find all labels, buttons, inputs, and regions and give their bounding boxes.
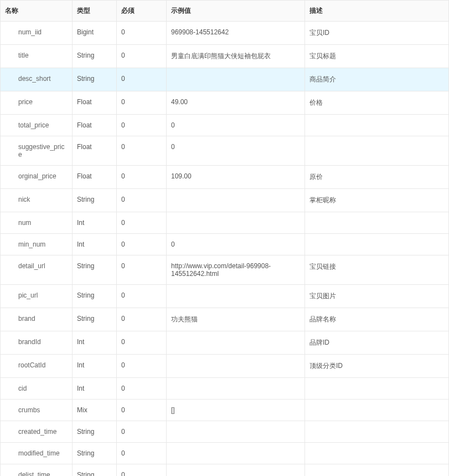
cell-required: 0 xyxy=(117,464,167,477)
cell-example xyxy=(167,378,305,400)
cell-example xyxy=(167,285,305,308)
cell-name: pic_url xyxy=(1,285,73,308)
cell-description: 原价 xyxy=(305,166,449,189)
cell-name: cid xyxy=(1,378,73,400)
cell-name: nick xyxy=(1,189,73,212)
cell-description xyxy=(305,400,449,421)
table-row: created_timeString0 xyxy=(1,421,449,443)
cell-example xyxy=(167,189,305,212)
cell-required: 0 xyxy=(117,136,167,166)
table-row: modified_timeString0 xyxy=(1,443,449,464)
cell-type: Float xyxy=(73,166,117,189)
table-row: numInt0 xyxy=(1,212,449,234)
header-required: 必须 xyxy=(117,1,167,22)
cell-description xyxy=(305,136,449,166)
cell-type: String xyxy=(73,308,117,331)
cell-required: 0 xyxy=(117,189,167,212)
cell-description xyxy=(305,443,449,464)
table-row: brandString0功夫熊猫品牌名称 xyxy=(1,308,449,331)
cell-type: Bigint xyxy=(73,22,117,45)
table-body: num_iidBigint0969908-145512642宝贝IDtitleS… xyxy=(1,22,449,477)
table-row: cidInt0 xyxy=(1,378,449,400)
cell-example: 0 xyxy=(167,136,305,166)
cell-required: 0 xyxy=(117,331,167,355)
cell-name: price xyxy=(1,91,73,115)
cell-example xyxy=(167,331,305,355)
cell-required: 0 xyxy=(117,212,167,234)
cell-required: 0 xyxy=(117,22,167,45)
cell-required: 0 xyxy=(117,68,167,91)
header-example: 示例值 xyxy=(167,1,305,22)
cell-name: total_price xyxy=(1,115,73,136)
cell-description: 顶级分类ID xyxy=(305,355,449,378)
cell-type: String xyxy=(73,189,117,212)
cell-required: 0 xyxy=(117,355,167,378)
cell-example xyxy=(167,68,305,91)
table-row: min_numInt00 xyxy=(1,234,449,255)
cell-type: String xyxy=(73,464,117,477)
cell-name: orginal_price xyxy=(1,166,73,189)
cell-description: 品牌名称 xyxy=(305,308,449,331)
cell-type: Float xyxy=(73,91,117,115)
cell-required: 0 xyxy=(117,255,167,285)
cell-type: Int xyxy=(73,355,117,378)
cell-required: 0 xyxy=(117,166,167,189)
cell-type: Float xyxy=(73,136,117,166)
cell-required: 0 xyxy=(117,91,167,115)
cell-name: suggestive_price xyxy=(1,136,73,166)
cell-example: 男童白底满印熊猫大侠短袖包屁衣 xyxy=(167,45,305,68)
cell-name: num_iid xyxy=(1,22,73,45)
cell-required: 0 xyxy=(117,421,167,443)
cell-name: detail_url xyxy=(1,255,73,285)
cell-required: 0 xyxy=(117,115,167,136)
table-row: crumbsMix0[] xyxy=(1,400,449,421)
table-row: num_iidBigint0969908-145512642宝贝ID xyxy=(1,22,449,45)
cell-name: rootCatId xyxy=(1,355,73,378)
cell-type: String xyxy=(73,285,117,308)
cell-name: title xyxy=(1,45,73,68)
header-name: 名称 xyxy=(1,1,73,22)
cell-type: String xyxy=(73,443,117,464)
cell-description: 价格 xyxy=(305,91,449,115)
api-params-table: 名称 类型 必须 示例值 描述 num_iidBigint0969908-145… xyxy=(0,0,449,476)
cell-example xyxy=(167,443,305,464)
cell-description xyxy=(305,115,449,136)
cell-example: 0 xyxy=(167,234,305,255)
cell-description xyxy=(305,378,449,400)
table-row: brandIdInt0品牌ID xyxy=(1,331,449,355)
cell-required: 0 xyxy=(117,308,167,331)
cell-name: created_time xyxy=(1,421,73,443)
cell-name: min_num xyxy=(1,234,73,255)
cell-description xyxy=(305,212,449,234)
cell-example: 功夫熊猫 xyxy=(167,308,305,331)
cell-description: 商品简介 xyxy=(305,68,449,91)
cell-description: 宝贝标题 xyxy=(305,45,449,68)
cell-required: 0 xyxy=(117,378,167,400)
cell-name: modified_time xyxy=(1,443,73,464)
header-description: 描述 xyxy=(305,1,449,22)
table-row: delist_timeString0 xyxy=(1,464,449,477)
cell-description xyxy=(305,234,449,255)
cell-description: 宝贝链接 xyxy=(305,255,449,285)
table-row: orginal_priceFloat0109.00原价 xyxy=(1,166,449,189)
cell-required: 0 xyxy=(117,285,167,308)
cell-example: [] xyxy=(167,400,305,421)
cell-example xyxy=(167,355,305,378)
cell-name: num xyxy=(1,212,73,234)
table-row: priceFloat049.00价格 xyxy=(1,91,449,115)
cell-example xyxy=(167,212,305,234)
cell-type: Int xyxy=(73,378,117,400)
cell-description: 宝贝ID xyxy=(305,22,449,45)
table-row: detail_urlString0http://www.vip.com/deta… xyxy=(1,255,449,285)
cell-description xyxy=(305,464,449,477)
cell-name: crumbs xyxy=(1,400,73,421)
cell-type: Int xyxy=(73,212,117,234)
cell-type: Int xyxy=(73,234,117,255)
cell-example xyxy=(167,464,305,477)
cell-required: 0 xyxy=(117,400,167,421)
table-row: pic_urlString0宝贝图片 xyxy=(1,285,449,308)
table-row: rootCatIdInt0顶级分类ID xyxy=(1,355,449,378)
cell-type: Int xyxy=(73,331,117,355)
cell-description: 掌柜昵称 xyxy=(305,189,449,212)
cell-type: String xyxy=(73,421,117,443)
